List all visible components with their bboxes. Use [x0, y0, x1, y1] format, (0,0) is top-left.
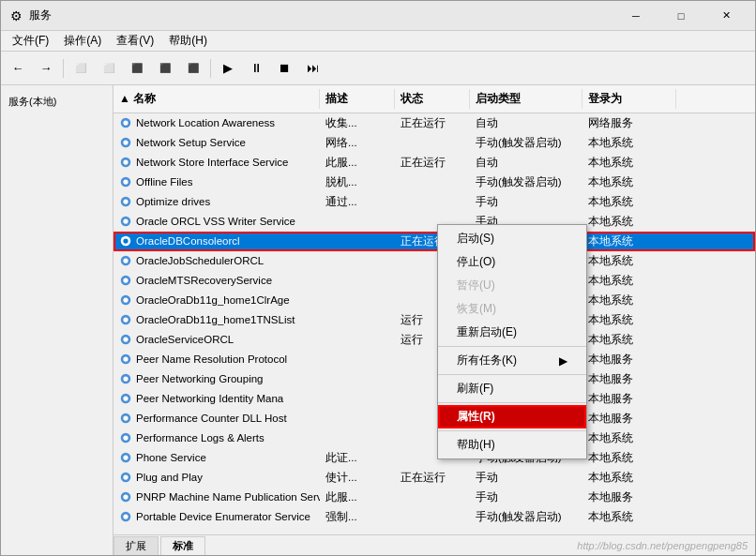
service-status: 正在运行 [395, 153, 470, 172]
bottom-tabs: 扩展 标准 [113, 534, 755, 555]
service-login: 本地服务 [582, 350, 676, 368]
table-row[interactable]: OracleMTSRecoveryService 自动 本地系统 [113, 271, 755, 291]
tab-standard[interactable]: 标准 [160, 536, 205, 555]
table-row[interactable]: Peer Name Resolution Protocol 手动 本地服务 [113, 350, 755, 369]
play-button[interactable]: ▶ [215, 55, 241, 82]
pause-button[interactable]: ⏸ [243, 55, 269, 82]
toolbar-btn-5[interactable]: ⬛ [180, 55, 206, 82]
menu-item[interactable]: 操作(A) [56, 31, 109, 51]
context-menu: 启动(S) 停止(O) 暂停(U) 恢复(M) 重新启动(E) 所有任务(K) … [437, 224, 587, 459]
table-row[interactable]: Performance Counter DLL Host 手动 本地服务 [113, 409, 755, 428]
service-desc [320, 389, 395, 408]
ctx-refresh[interactable]: 刷新(F) [438, 377, 586, 400]
service-name: OracleOraDb11g_home1TNSList [113, 310, 320, 329]
svg-point-23 [123, 337, 128, 341]
toolbar-btn-1[interactable]: ⬜ [68, 55, 94, 82]
service-login: 本地系统 [582, 428, 676, 447]
service-desc [320, 212, 395, 231]
service-name: Optimize drives [113, 192, 320, 211]
service-login: 本地系统 [582, 271, 676, 290]
svg-point-41 [123, 514, 128, 518]
col-login: 登录为 [582, 89, 676, 109]
ctx-all-tasks[interactable]: 所有任务(K) ▶ [438, 349, 586, 372]
menu-item[interactable]: 帮助(H) [161, 31, 215, 51]
service-desc [320, 369, 395, 388]
service-login: 本地系统 [582, 251, 676, 270]
service-login: 本地服务 [582, 488, 676, 506]
table-row[interactable]: Optimize drives 通过... 手动 本地系统 [113, 192, 755, 212]
table-row[interactable]: Performance Logs & Alerts 手动 本地系统 [113, 428, 755, 448]
minimize-button[interactable]: ─ [614, 1, 658, 31]
svg-point-17 [123, 278, 128, 282]
ctx-restart[interactable]: 重新启动(E) [438, 321, 586, 344]
title-bar: ⚙ 服务 ─ □ ✕ [1, 1, 755, 31]
service-login: 本地系统 [582, 153, 676, 172]
table-row[interactable]: Network Location Awareness 收集... 正在运行 自动… [113, 113, 755, 133]
window-controls: ─ □ ✕ [614, 1, 748, 31]
col-status: 状态 [395, 89, 470, 109]
window-title: 服务 [29, 8, 614, 23]
service-name: OracleJobSchedulerORCL [113, 251, 320, 270]
service-desc: 网络... [320, 133, 395, 152]
back-button[interactable]: ← [5, 55, 31, 82]
svg-point-21 [123, 317, 128, 322]
service-login: 本地系统 [582, 310, 676, 329]
service-desc: 此证... [320, 448, 395, 467]
service-login: 本地系统 [582, 468, 676, 487]
ctx-properties[interactable]: 属性(R) [438, 405, 586, 428]
table-row[interactable]: Offline Files 脱机... 手动(触发器启动) 本地系统 [113, 173, 755, 192]
table-row[interactable]: OracleServiceORCL 运行 自动 本地系统 [113, 330, 755, 350]
service-status [395, 488, 470, 506]
service-login: 本地系统 [582, 212, 676, 231]
table-row[interactable]: Portable Device Enumerator Service 强制...… [113, 507, 755, 527]
table-row[interactable]: OracleOraDb11g_home1ClrAge 手动 本地系统 [113, 291, 755, 310]
service-desc: 脱机... [320, 173, 395, 191]
menu-item[interactable]: 文件(F) [5, 31, 56, 51]
table-row[interactable]: Peer Networking Identity Mana 手动 本地服务 [113, 389, 755, 409]
ctx-sep-2 [438, 374, 586, 375]
table-row[interactable]: OracleOraDb11g_home1TNSList 运行 手动 本地系统 [113, 310, 755, 330]
svg-point-37 [123, 474, 128, 479]
forward-button[interactable]: → [33, 55, 59, 82]
service-name: Phone Service [113, 448, 320, 467]
service-desc [320, 330, 395, 349]
service-status: 正在运行 [395, 113, 470, 132]
tab-expand[interactable]: 扩展 [113, 536, 159, 555]
service-desc: 收集... [320, 113, 395, 132]
restart-button[interactable]: ⏭ [299, 55, 325, 82]
maximize-button[interactable]: □ [659, 1, 703, 31]
sidebar-item-local[interactable]: 服务(本地) [5, 93, 109, 111]
ctx-start[interactable]: 启动(S) [438, 227, 586, 250]
svg-point-19 [123, 297, 128, 302]
service-startup: 手动 [470, 488, 582, 506]
stop-button[interactable]: ⏹ [271, 55, 297, 82]
table-row[interactable]: PNRP Machine Name Publication Service 此服… [113, 488, 755, 507]
service-desc: 通过... [320, 192, 395, 211]
table-row[interactable]: Oracle ORCL VSS Writer Service 手动 本地系统 [113, 212, 755, 232]
menu-item[interactable]: 查看(V) [109, 31, 161, 51]
svg-point-35 [123, 455, 128, 459]
service-login: 本地系统 [582, 448, 676, 467]
table-row[interactable]: OracleJobSchedulerORCL 禁用 本地系统 [113, 251, 755, 271]
toolbar-btn-3[interactable]: ⬛ [124, 55, 150, 82]
service-status [395, 133, 470, 152]
service-name: OracleDBConsoleorcl [113, 232, 320, 250]
table-body[interactable]: Network Location Awareness 收集... 正在运行 自动… [113, 113, 755, 534]
table-row[interactable]: Network Store Interface Service 此服... 正在… [113, 153, 755, 173]
table-row[interactable]: Phone Service 此证... 手动(触发器启动) 本地系统 [113, 448, 755, 468]
svg-point-1 [123, 120, 128, 125]
table-row-selected[interactable]: OracleDBConsoleorcl 正在运行 自动 本地系统 [113, 232, 755, 251]
service-status [395, 173, 470, 191]
table-row[interactable]: Plug and Play 使计... 正在运行 手动 本地系统 [113, 468, 755, 488]
table-row[interactable]: Peer Networking Grouping 手动 本地服务 [113, 369, 755, 389]
table-row[interactable]: Network Setup Service 网络... 手动(触发器启动) 本地… [113, 133, 755, 153]
ctx-stop[interactable]: 停止(O) [438, 250, 586, 274]
service-name: Performance Logs & Alerts [113, 428, 320, 447]
toolbar-btn-2[interactable]: ⬜ [96, 55, 122, 82]
close-button[interactable]: ✕ [704, 1, 748, 31]
toolbar-separator-2 [210, 59, 211, 78]
ctx-help[interactable]: 帮助(H) [438, 433, 586, 457]
toolbar-btn-4[interactable]: ⬛ [152, 55, 178, 82]
service-status: 正在运行 [395, 468, 470, 487]
service-login: 本地系统 [582, 192, 676, 211]
